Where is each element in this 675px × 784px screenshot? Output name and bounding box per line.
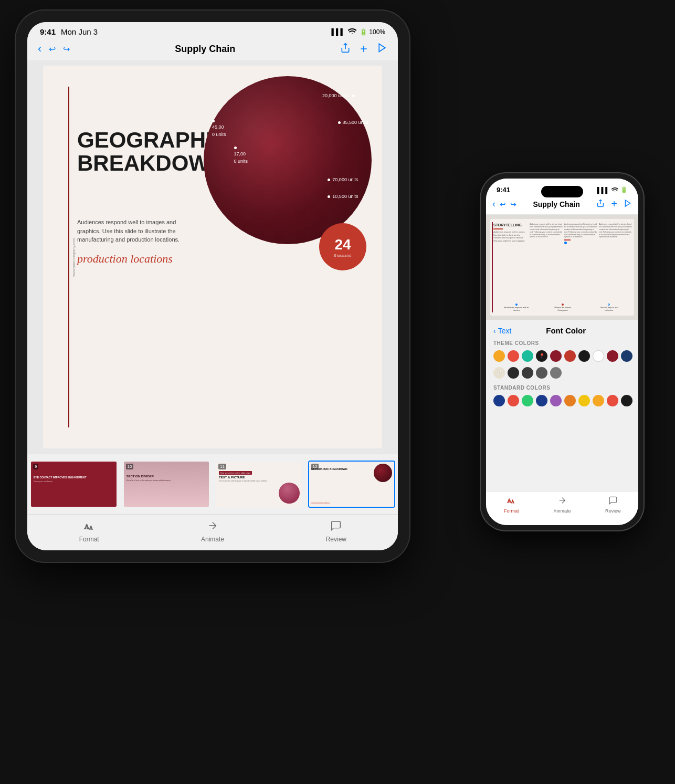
thumb-horse-image [279, 483, 300, 504]
thumb-badge-11: Use some text on the slide page [219, 471, 252, 475]
thumb-title-11: TEXT & PICTURE [219, 476, 299, 479]
std-color-yellow[interactable] [578, 395, 590, 406]
phone-review-tool[interactable]: Review [587, 496, 638, 514]
std-color-black[interactable] [621, 395, 632, 406]
thumb-sub-9: Know your audience [34, 480, 114, 483]
thumb-content-11: 11 Use some text on the slide page TEXT … [216, 462, 302, 507]
thumb-cursive-12: production locations [311, 501, 330, 504]
std-color-green[interactable] [522, 395, 533, 406]
std-color-red[interactable] [508, 395, 519, 406]
color-swatch-white[interactable] [593, 350, 604, 362]
animate-tool[interactable]: Animate [151, 520, 274, 543]
thumb-number-9: 9 [33, 464, 38, 469]
color-swatch-darkred[interactable] [550, 350, 562, 362]
ps-label-3: This will help to feel cohesive [600, 306, 618, 311]
color-swatch-dark2[interactable] [522, 367, 533, 379]
panel-back-chevron-icon[interactable]: ‹ [493, 327, 496, 335]
data-dot [338, 121, 341, 124]
slide-cursive-text: production locations [77, 252, 173, 266]
phone-nav-left: ‹ ↩ ↪ [492, 198, 516, 210]
data-label: 70,000 units [332, 177, 358, 182]
data-point-2: 85,500 units [338, 120, 368, 125]
color-swatch-cream[interactable]: ✓ [493, 367, 505, 379]
phone-format-tool[interactable]: AA Format [486, 496, 537, 514]
theme-colors-row2: ✓ [493, 367, 631, 379]
color-swatch-orange[interactable] [493, 350, 505, 362]
svg-marker-0 [379, 44, 385, 51]
data-dot [212, 120, 215, 122]
color-swatch-navy[interactable] [621, 350, 632, 362]
tablet-toolbar: AA Format Animate Review [27, 514, 398, 550]
color-swatch-black[interactable] [578, 350, 590, 362]
phone-col2-bar [564, 239, 571, 241]
phone-animate-tool[interactable]: Animate [537, 496, 588, 514]
phone-format-label: Format [504, 508, 519, 514]
add-button[interactable]: + [360, 41, 367, 56]
play-button[interactable] [377, 43, 387, 56]
std-color-crimson[interactable] [607, 395, 618, 406]
color-swatch-dark1[interactable] [508, 367, 519, 379]
tablet: 9:41 Mon Jun 3 ▌▌▌ 🔋 100% ‹ ↩ ↪ Supply C… [16, 11, 409, 562]
thumbnail-strip: 9 EYE CONTACT IMPROVES ENGAGEMENT Know y… [27, 454, 398, 514]
std-color-blue[interactable] [536, 395, 547, 406]
phone-undo-button[interactable]: ↩ [500, 200, 506, 208]
phone-nav-title: Supply Chain [516, 200, 596, 208]
stats-badge: 24 thousand [319, 223, 366, 270]
phone-back-button[interactable]: ‹ [492, 198, 495, 210]
color-swatch-wine[interactable] [607, 350, 618, 362]
phone-animate-label: Animate [553, 508, 571, 514]
battery-icon: 🔋 100% [360, 28, 385, 36]
data-dot [234, 147, 237, 149]
phone-play-button[interactable] [624, 199, 632, 210]
std-color-blue-dark[interactable] [493, 395, 505, 406]
badge-number: 24 [334, 236, 351, 253]
phone-bottom-label-2: Weave the thread throughout [550, 304, 576, 311]
phone-slide-preview: STORYTELLING Audiences respond well to s… [486, 215, 638, 320]
phone-redo-button[interactable]: ↪ [510, 200, 516, 208]
tablet-navbar: ‹ ↩ ↪ Supply Chain + [27, 39, 398, 60]
phone-slide-col2: Audiences respond well to stories. Lead … [564, 223, 597, 244]
data-dot [328, 179, 330, 181]
undo-button[interactable]: ↩ [49, 44, 56, 54]
phone-wifi-icon [611, 187, 618, 193]
std-color-purple[interactable] [550, 395, 562, 406]
thumbnail-9[interactable]: 9 EYE CONTACT IMPROVES ENGAGEMENT Know y… [27, 458, 120, 510]
phone-slide-left-col: STORYTELLING Audiences respond well to s… [493, 223, 528, 242]
tablet-statusbar: 9:41 Mon Jun 3 ▌▌▌ 🔋 100% [27, 22, 398, 39]
thumb-content-12: 12 GEOGRAPHIC BREAKDOWN production locat… [309, 462, 395, 507]
review-icon [330, 520, 342, 534]
phone-share-button[interactable] [596, 199, 605, 210]
ps-label-1: Audiences respond well to stories [504, 306, 529, 311]
animate-label: Animate [201, 536, 224, 543]
color-swatch-dark4[interactable] [550, 367, 562, 379]
slide-subtext: Audiences respond well to images and gra… [77, 218, 193, 244]
thumb-content-10: 10 SECTION DIVIDER Use a bit of text so … [124, 462, 209, 507]
data-point-3: 45,00 0 units [212, 120, 226, 137]
color-swatch-red[interactable] [508, 350, 519, 362]
std-color-orange[interactable] [564, 395, 576, 406]
phone-add-button[interactable]: + [611, 198, 617, 210]
theme-colors-row1: 📍 [493, 350, 631, 362]
color-swatch-crimson[interactable] [564, 350, 576, 362]
ps-dot-3 [608, 304, 610, 306]
redo-button[interactable]: ↪ [63, 44, 70, 54]
phone-slide-title: STORYTELLING [493, 223, 528, 227]
format-tool[interactable]: AA Format [27, 520, 151, 543]
data-label: 45,00 [212, 124, 224, 130]
ps-dot-2 [562, 304, 564, 306]
panel-back-label[interactable]: Text [498, 327, 512, 335]
thumbnail-12[interactable]: 12 GEOGRAPHIC BREAKDOWN production locat… [305, 458, 398, 510]
tablet-screen: 9:41 Mon Jun 3 ▌▌▌ 🔋 100% ‹ ↩ ↪ Supply C… [27, 22, 398, 550]
dynamic-island [541, 186, 583, 197]
color-swatch-dark3[interactable] [536, 367, 547, 379]
animate-icon [207, 520, 218, 534]
std-color-amber[interactable] [593, 395, 604, 406]
color-swatch-teal[interactable] [522, 350, 533, 362]
thumbnail-11[interactable]: 11 Use some text on the slide page TEXT … [213, 458, 305, 510]
review-tool[interactable]: Review [275, 520, 398, 543]
share-button[interactable] [340, 43, 351, 56]
thumbnail-10[interactable]: 10 SECTION DIVIDER Use a bit of text so … [120, 458, 213, 510]
color-picker-swatch[interactable]: 📍 [536, 350, 547, 362]
thumb-sub-10: Use a bit of text so the audience knows … [126, 479, 171, 482]
back-button[interactable]: ‹ [38, 42, 41, 56]
